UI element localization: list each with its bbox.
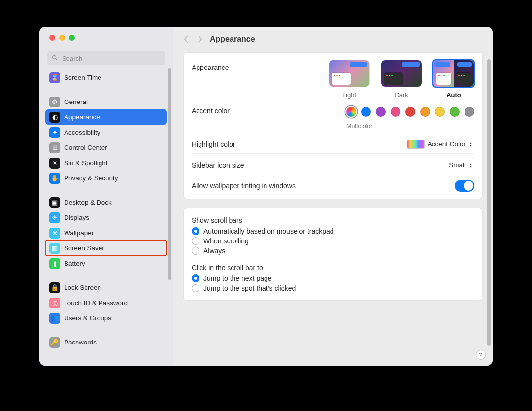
scrollclick-title: Click in the scroll bar to xyxy=(192,264,474,272)
chevron-updown-icon: ▴▾ xyxy=(467,163,474,168)
sidebar-size-value: Small xyxy=(449,161,466,169)
sidebar-item-label: Screen Saver xyxy=(64,244,104,252)
sidebar-item-label: Siri & Spotlight xyxy=(64,159,108,167)
sidebar-size-dropdown[interactable]: Small ▴▾ xyxy=(449,161,474,169)
screen-time-icon: ⌛ xyxy=(49,72,60,83)
sidebar-item-label: Wallpaper xyxy=(64,229,94,237)
highlight-color-dropdown[interactable]: Accent Color ▴▾ xyxy=(428,140,474,148)
sidebar-scrollbar[interactable] xyxy=(168,68,171,280)
radio-icon xyxy=(192,274,200,282)
main-header: Appearance xyxy=(173,27,493,52)
highlight-color-label: Highlight color xyxy=(192,140,235,148)
scrollbars-option[interactable]: Always xyxy=(192,246,474,256)
scrollbars-radios: Automatically based on mouse or trackpad… xyxy=(192,226,474,256)
sidebar-item-battery[interactable]: ▮Battery xyxy=(45,256,167,271)
main-scrollbar[interactable] xyxy=(487,59,491,346)
zoom-icon[interactable] xyxy=(69,35,75,41)
sidebar-list: ⌛Screen Time⚙General◐Appearance✦Accessib… xyxy=(39,68,173,360)
page-title: Appearance xyxy=(210,35,255,44)
nav-forward-button[interactable] xyxy=(193,33,207,46)
close-icon[interactable] xyxy=(49,35,55,41)
tinting-toggle[interactable] xyxy=(455,180,474,192)
general-icon: ⚙ xyxy=(49,97,60,107)
highlight-color-swatch xyxy=(407,140,425,149)
main-pane: Appearance Appearance LightDarkAuto Acce… xyxy=(173,27,493,366)
users-groups-icon: 👥 xyxy=(49,313,60,324)
sidebar-item-label: Passwords xyxy=(64,339,97,346)
accent-orange[interactable] xyxy=(420,107,430,117)
scrollbars-option[interactable]: Automatically based on mouse or trackpad xyxy=(192,226,474,236)
sidebar-item-screen-saver[interactable]: ▥Screen Saver xyxy=(45,240,167,256)
accent-purple[interactable] xyxy=(376,107,386,117)
radio-label: Automatically based on mouse or trackpad xyxy=(203,227,334,235)
appearance-option-auto[interactable] xyxy=(433,60,474,87)
sidebar-item-control-center[interactable]: ⊟Control Center xyxy=(45,140,167,155)
radio-icon xyxy=(192,237,200,245)
passwords-icon: 🔑 xyxy=(49,337,60,348)
radio-label: Jump to the next page xyxy=(203,274,272,282)
appearance-option-label: Auto xyxy=(446,91,461,99)
sidebar-size-label: Sidebar icon size xyxy=(192,161,244,169)
accent-color-caption: Multicolor xyxy=(346,123,373,130)
sidebar-item-label: Users & Groups xyxy=(64,314,111,322)
appearance-option-light[interactable] xyxy=(329,60,370,87)
sidebar-item-desktop-dock[interactable]: ▣Desktop & Dock xyxy=(45,195,167,210)
sidebar-item-privacy-security[interactable]: ✋Privacy & Security xyxy=(45,171,167,186)
sidebar-item-accessibility[interactable]: ✦Accessibility xyxy=(45,125,167,140)
search-input[interactable] xyxy=(61,54,161,63)
chevron-updown-icon: ▴▾ xyxy=(467,142,474,147)
sidebar: ⌛Screen Time⚙General◐Appearance✦Accessib… xyxy=(39,27,173,366)
scrollbars-title: Show scroll bars xyxy=(192,216,474,224)
sidebar-item-lock-screen[interactable]: 🔒Lock Screen xyxy=(45,280,167,295)
scrollbars-option[interactable]: When scrolling xyxy=(192,236,474,246)
appearance-option-dark[interactable] xyxy=(381,60,422,87)
accessibility-icon: ✦ xyxy=(49,127,60,138)
help-button[interactable]: ? xyxy=(476,350,486,360)
accent-yellow[interactable] xyxy=(435,107,445,117)
appearance-icon: ◐ xyxy=(49,112,60,123)
privacy-security-icon: ✋ xyxy=(49,173,60,184)
accent-green[interactable] xyxy=(450,107,460,117)
lock-screen-icon: 🔒 xyxy=(49,282,60,293)
radio-icon xyxy=(192,284,200,292)
sidebar-item-passwords[interactable]: 🔑Passwords xyxy=(45,335,167,350)
sidebar-item-wallpaper[interactable]: ❋Wallpaper xyxy=(45,225,167,240)
window-controls xyxy=(39,27,173,46)
accent-graphite[interactable] xyxy=(465,107,474,117)
radio-label: Jump to the spot that’s clicked xyxy=(203,284,296,292)
scrollclick-option[interactable]: Jump to the spot that’s clicked xyxy=(192,283,474,293)
scrollclick-option[interactable]: Jump to the next page xyxy=(192,274,474,283)
accent-pink[interactable] xyxy=(391,107,400,117)
nav-back-button[interactable] xyxy=(179,33,193,46)
minimize-icon[interactable] xyxy=(59,35,65,41)
main-body: Appearance LightDarkAuto Accent color Mu… xyxy=(173,52,493,366)
appearance-option-label: Light xyxy=(342,91,356,99)
sidebar-item-users-groups[interactable]: 👥Users & Groups xyxy=(45,310,167,326)
search-field[interactable] xyxy=(47,51,165,65)
sidebar-item-displays[interactable]: ☀Displays xyxy=(45,210,167,225)
sidebar-item-touch-id[interactable]: ◎Touch ID & Password xyxy=(45,295,167,310)
svg-line-1 xyxy=(56,58,57,60)
scrollclick-radios: Jump to the next pageJump to the spot th… xyxy=(192,274,474,293)
svg-point-0 xyxy=(53,55,56,59)
appearance-option-label: Dark xyxy=(395,91,408,99)
sidebar-item-label: General xyxy=(64,98,88,105)
appearance-panel: Appearance LightDarkAuto Accent color Mu… xyxy=(183,52,483,199)
sidebar-item-general[interactable]: ⚙General xyxy=(45,94,167,109)
touch-id-icon: ◎ xyxy=(49,298,60,308)
wallpaper-icon: ❋ xyxy=(49,228,60,239)
accent-multicolor[interactable] xyxy=(346,107,356,117)
sidebar-item-label: Touch ID & Password xyxy=(64,299,128,307)
sidebar-item-appearance[interactable]: ◐Appearance xyxy=(45,109,167,125)
radio-label: Always xyxy=(203,247,225,255)
search-icon xyxy=(51,54,58,63)
sidebar-item-screen-time[interactable]: ⌛Screen Time xyxy=(45,70,167,85)
accent-blue[interactable] xyxy=(361,107,371,117)
desktop-dock-icon: ▣ xyxy=(49,197,60,208)
sidebar-item-label: Privacy & Security xyxy=(64,174,118,182)
sidebar-item-label: Battery xyxy=(64,260,85,267)
accent-red[interactable] xyxy=(405,107,415,117)
appearance-label: Appearance xyxy=(192,60,229,71)
sidebar-item-siri-spotlight[interactable]: ✴Siri & Spotlight xyxy=(45,155,167,171)
siri-spotlight-icon: ✴ xyxy=(49,158,60,169)
